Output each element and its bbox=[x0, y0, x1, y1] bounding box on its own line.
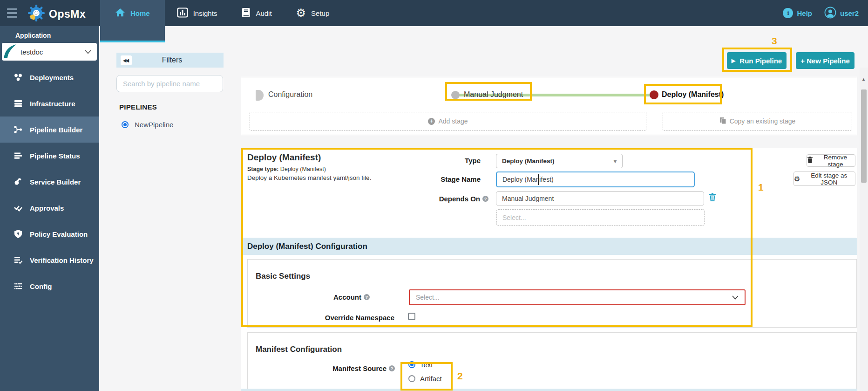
vertical-scrollbar[interactable]: ▲ bbox=[860, 68, 868, 391]
remove-stage-label: Remove stage bbox=[816, 154, 855, 168]
tab-home[interactable]: Home bbox=[100, 0, 165, 26]
stage-details-panel: Deploy (Manifest) Stage type: Deploy (Ma… bbox=[241, 148, 857, 391]
add-stage-button[interactable]: + Add stage bbox=[250, 112, 646, 130]
remove-stage-button[interactable]: Remove stage bbox=[807, 154, 855, 167]
type-label: Type bbox=[418, 157, 481, 165]
stage-type-select[interactable]: Deploy (Manifest) ▾ bbox=[496, 154, 623, 168]
application-sail-icon bbox=[3, 43, 17, 61]
override-namespace-checkbox[interactable] bbox=[408, 313, 415, 320]
chevron-down-icon bbox=[732, 294, 739, 301]
stage-label-configuration[interactable]: Configuration bbox=[268, 90, 312, 99]
depends-on-input[interactable] bbox=[496, 191, 704, 206]
stage-node-deploy-manifest[interactable] bbox=[650, 90, 658, 99]
text-cursor bbox=[538, 174, 539, 185]
question-circle-icon[interactable]: ? bbox=[389, 365, 395, 371]
stage-label-manual-judgment[interactable]: Manual Judgment bbox=[464, 90, 523, 99]
user-menu[interactable]: user2 bbox=[824, 7, 859, 20]
sidebar-item-approvals[interactable]: Approvals bbox=[0, 195, 99, 221]
radio-artifact[interactable] bbox=[408, 375, 415, 382]
sidebar-item-label: Service Builder bbox=[30, 178, 81, 186]
override-namespace-label: Override Namespace bbox=[304, 314, 394, 322]
primary-nav: Home Insights Audit ⚙ Setup bbox=[100, 0, 341, 26]
stage-description: Deploy a Kubernetes manifest yaml/json f… bbox=[247, 174, 371, 181]
new-pipeline-button[interactable]: + New Pipeline bbox=[796, 52, 854, 69]
sidebar: Application testdoc Deployments Infrastr… bbox=[0, 26, 99, 391]
manifest-configuration-section: Manifest Configuration Manifest Source ?… bbox=[247, 332, 857, 391]
stage-name-label: Stage Name bbox=[418, 175, 481, 183]
manifest-source-option-artifact[interactable]: Artifact bbox=[408, 375, 442, 383]
sidebar-item-label: Deployments bbox=[30, 74, 74, 82]
add-dependency-select[interactable]: Select... bbox=[496, 209, 705, 226]
application-select[interactable]: testdoc bbox=[2, 43, 97, 61]
sidebar-item-policy-evaluation[interactable]: Policy Evaluation bbox=[0, 221, 99, 247]
insights-icon bbox=[177, 7, 188, 19]
copy-icon bbox=[719, 117, 726, 126]
sidebar-item-service-builder[interactable]: Service Builder bbox=[0, 169, 99, 195]
annotation-number-2: 2 bbox=[457, 370, 463, 382]
edit-json-label: Edit stage as JSON bbox=[803, 172, 855, 186]
deploy-config-header-label: Deploy (Manifest) Configuration bbox=[247, 242, 367, 251]
info-icon: i bbox=[783, 8, 793, 18]
filters-label: Filters bbox=[132, 56, 224, 64]
stage-name-input[interactable] bbox=[496, 171, 695, 187]
question-circle-icon[interactable]: ? bbox=[364, 294, 370, 300]
remove-dependency-trash-icon[interactable] bbox=[709, 193, 716, 203]
dependency-placeholder: Select... bbox=[502, 214, 526, 221]
deployments-icon bbox=[14, 73, 23, 82]
stage-label-deploy-manifest[interactable]: Deploy (Manifest) bbox=[662, 90, 724, 99]
sidebar-item-pipeline-status[interactable]: Pipeline Status bbox=[0, 143, 99, 169]
tab-setup-label: Setup bbox=[311, 9, 329, 17]
top-navbar: OpsMx Home Insights Audit bbox=[0, 0, 868, 26]
plus-circle-icon: + bbox=[428, 118, 435, 125]
pipeline-search-input[interactable] bbox=[116, 75, 223, 92]
pipeline-graph-card: Configuration Manual Judgment Deploy (Ma… bbox=[241, 77, 857, 135]
sidebar-item-infrastructure[interactable]: Infrastructure bbox=[0, 90, 99, 117]
tab-audit[interactable]: Audit bbox=[229, 0, 284, 26]
play-icon: ▶ bbox=[732, 58, 735, 64]
infrastructure-icon bbox=[14, 99, 23, 108]
verification-history-icon bbox=[14, 255, 23, 265]
audit-icon bbox=[241, 7, 251, 19]
type-select-value: Deploy (Manifest) bbox=[502, 158, 555, 165]
scroll-up-arrow[interactable]: ▲ bbox=[861, 77, 866, 82]
edit-stage-json-button[interactable]: ⚙ Edit stage as JSON bbox=[793, 171, 855, 186]
home-icon bbox=[115, 8, 125, 19]
pipeline-radio[interactable] bbox=[122, 121, 129, 128]
policy-shield-icon bbox=[14, 229, 23, 239]
stage-node-manual-judgment[interactable] bbox=[451, 91, 460, 99]
account-label: Account ? bbox=[304, 293, 370, 301]
basic-settings-title: Basic Settings bbox=[256, 272, 310, 281]
brand-name: OpsMx bbox=[49, 8, 86, 21]
radio-text[interactable] bbox=[408, 361, 415, 368]
scrollbar-thumb[interactable] bbox=[861, 89, 867, 183]
sidebar-item-verification-history[interactable]: Verification History bbox=[0, 247, 99, 273]
pipeline-list-item[interactable]: NewPipeline bbox=[122, 121, 173, 129]
copy-existing-stage-button[interactable]: Copy an existing stage bbox=[663, 112, 852, 130]
sidebar-item-label: Verification History bbox=[30, 256, 94, 264]
manifest-source-label-text: Manifest Source bbox=[332, 364, 387, 372]
chevron-down-icon bbox=[85, 48, 91, 56]
pipelines-header: PIPELINES bbox=[119, 103, 157, 111]
tab-insights[interactable]: Insights bbox=[165, 0, 230, 26]
sidebar-item-config[interactable]: Config bbox=[0, 273, 99, 299]
opsmx-app: OpsMx Home Insights Audit bbox=[0, 0, 868, 391]
filters-toggle[interactable]: ◀◀ Filters bbox=[116, 53, 224, 68]
sidebar-item-label: Approvals bbox=[30, 204, 64, 212]
help-button[interactable]: i Help bbox=[783, 8, 812, 18]
account-select[interactable]: Select... bbox=[409, 289, 746, 305]
sidebar-item-pipeline-builder[interactable]: Pipeline Builder bbox=[0, 117, 99, 143]
question-circle-icon[interactable]: ? bbox=[482, 196, 488, 202]
collapse-rewind-icon[interactable]: ◀◀ bbox=[121, 55, 132, 65]
tab-insights-label: Insights bbox=[193, 9, 217, 17]
sidebar-item-label: Infrastructure bbox=[30, 100, 75, 108]
hamburger-menu-icon[interactable] bbox=[7, 8, 17, 18]
navbar-utilities: i Help user2 bbox=[783, 0, 859, 26]
manifest-source-option-text[interactable]: Text bbox=[408, 361, 442, 369]
tab-setup[interactable]: ⚙ Setup bbox=[284, 0, 342, 26]
run-pipeline-button[interactable]: ▶ Run Pipeline bbox=[727, 52, 787, 69]
sidebar-item-deployments[interactable]: Deployments bbox=[0, 64, 99, 90]
stage-node-configuration[interactable] bbox=[256, 90, 264, 101]
sidebar-item-label: Config bbox=[30, 282, 52, 290]
account-placeholder: Select... bbox=[416, 294, 440, 301]
sidebar-nav: Deployments Infrastructure Pipeline Buil… bbox=[0, 64, 99, 299]
